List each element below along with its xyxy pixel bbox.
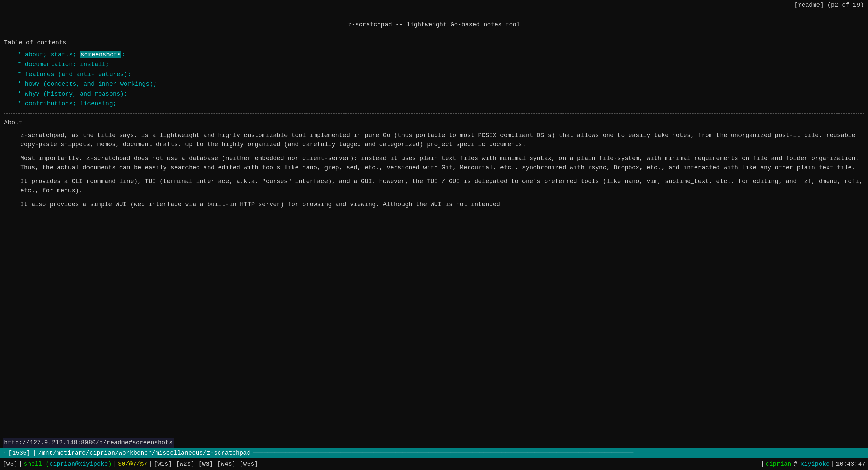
toc-item-5: why? (history, and reasons);: [18, 90, 864, 99]
dollar-label: $0/@7/%7: [118, 459, 147, 469]
w3-bracket[interactable]: [w3]: [3, 459, 17, 469]
w2s-bracket[interactable]: [w2s]: [176, 459, 194, 469]
toc-item-6: contributions; licensing;: [18, 99, 864, 109]
center-title: z-scratchpad -- lightweight Go-based not…: [4, 15, 864, 35]
status-bar: - [1535] | /mnt/motirare/ciprian/workben…: [0, 448, 868, 458]
page-indicator: [readme] (p2 of 19): [794, 1, 864, 10]
top-rule: [4, 13, 864, 13]
shell-label: shell (ciprian@xiyipoke): [24, 459, 112, 469]
about-paragraph-1: z-scratchpad, as the title says, is a li…: [4, 131, 864, 149]
toc-item-4: how? (concepts, and inner workings);: [18, 80, 864, 89]
top-bar: [readme] (p2 of 19): [0, 0, 868, 11]
w4s-bracket[interactable]: [w4s]: [217, 459, 236, 469]
url-text[interactable]: http://127.9.212.148:8080/d/readme#scree…: [3, 438, 174, 448]
status-pipe: |: [33, 449, 36, 458]
url-bar: http://127.9.212.148:8080/d/readme#scree…: [0, 437, 868, 448]
toc-list: about; status; screenshots; documentatio…: [4, 50, 864, 109]
w5s-bracket[interactable]: [w5s]: [240, 459, 258, 469]
w1s-bracket[interactable]: [w1s]: [154, 459, 172, 469]
about-heading: About: [4, 118, 864, 128]
status-dash-left: -: [3, 449, 6, 458]
user-label: ciprian: [766, 459, 791, 469]
toc-heading: Table of contents: [4, 38, 864, 47]
bottom-bar: [w3] | shell (ciprian@xiyipoke) | $0/@7/…: [0, 458, 868, 470]
toc-semicolon: ;: [121, 51, 125, 58]
at-symbol: @: [791, 459, 801, 469]
toc-item-2: documentation; install;: [18, 60, 864, 69]
about-paragraph-2: Most importantly, z-scratchpad does not …: [4, 154, 864, 172]
file-path: /mnt/motirare/ciprian/workbench/miscella…: [38, 449, 251, 458]
toc-item-1: about; status; screenshots;: [18, 50, 864, 59]
toc-item-3: features (and anti-features);: [18, 70, 864, 79]
about-paragraph-3: It provides a CLI (command line), TUI (t…: [4, 177, 864, 195]
line-number: [1535]: [8, 449, 31, 458]
host-label: xiyipoke: [800, 459, 829, 469]
w3-bold-bracket[interactable]: [w3]: [198, 459, 213, 469]
status-dash-right: ────────────────────────────────────────…: [253, 449, 633, 458]
about-paragraph-4: It also provides a simple WUI (web inter…: [4, 200, 864, 209]
bottom-rule: [4, 113, 864, 114]
time-label: 10:43:47: [836, 459, 865, 469]
toc-screenshots-highlight[interactable]: screenshots: [80, 51, 122, 58]
toc-about-text: about; status;: [25, 51, 80, 58]
